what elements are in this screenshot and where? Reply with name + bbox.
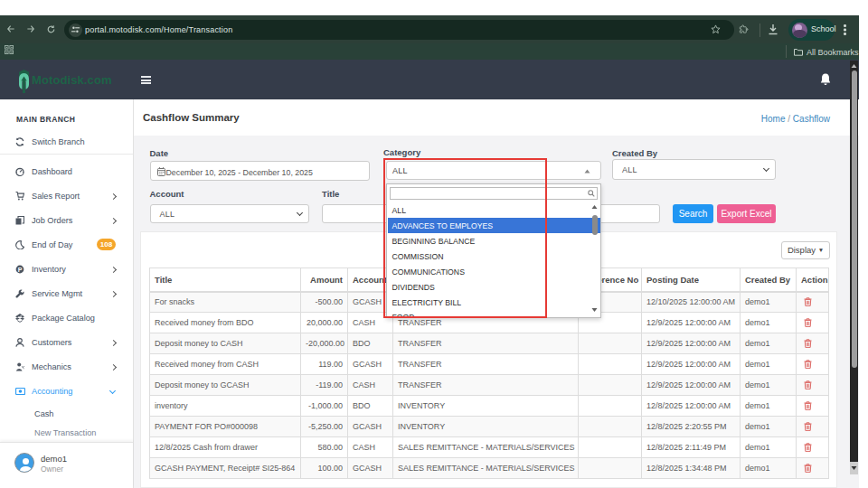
svg-text:P: P [18,267,23,273]
